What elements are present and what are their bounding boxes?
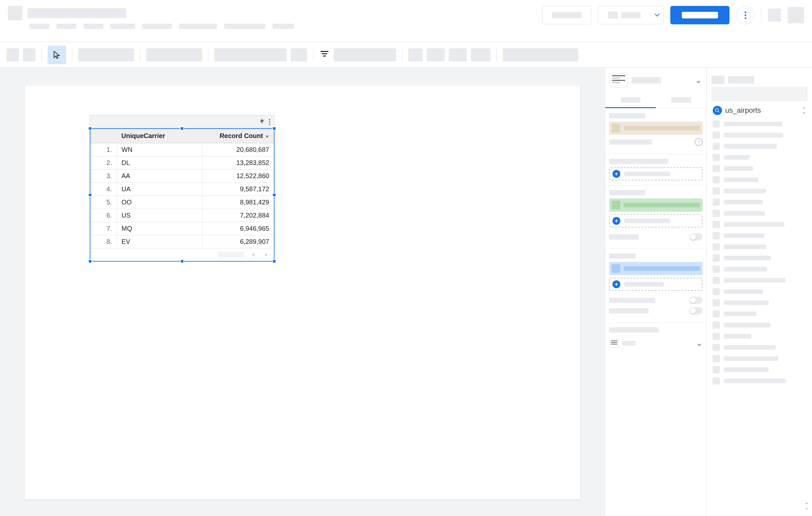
table-row[interactable]: 7.MQ6,946,965 <box>90 222 274 235</box>
rows-per-page-selector[interactable]: ⌄ <box>609 338 702 348</box>
chart-type-picker[interactable]: ⌄ <box>605 68 706 93</box>
report-title[interactable] <box>28 8 126 18</box>
chart-more-button[interactable] <box>268 118 271 126</box>
field-item[interactable] <box>712 129 807 141</box>
field-item[interactable] <box>712 308 807 320</box>
menu-item[interactable] <box>30 24 49 29</box>
search-fields-input[interactable] <box>712 87 807 101</box>
dimension-chip[interactable] <box>609 199 702 212</box>
undo-button[interactable] <box>6 48 19 61</box>
metric-chip[interactable] <box>609 262 702 275</box>
metric-sliders-toggle[interactable] <box>689 307 702 314</box>
optional-metrics-toggle[interactable] <box>689 297 702 304</box>
resize-handle[interactable] <box>272 126 276 130</box>
menu-item[interactable] <box>142 24 172 29</box>
field-item[interactable] <box>712 196 807 208</box>
resize-handle[interactable] <box>180 259 184 263</box>
field-item[interactable] <box>712 297 807 308</box>
field-item[interactable] <box>712 118 807 129</box>
metric-header[interactable]: Record Count▼ <box>202 129 274 143</box>
field-item[interactable] <box>712 152 807 163</box>
field-item[interactable] <box>712 264 807 275</box>
share-dropdown[interactable] <box>650 13 663 17</box>
resize-handle[interactable] <box>88 193 92 197</box>
field-item[interactable] <box>712 163 807 174</box>
table-row[interactable]: 1.WN20,680,687 <box>90 143 274 156</box>
resize-handle[interactable] <box>88 126 92 130</box>
table-row[interactable]: 4.UA9,587,172 <box>90 183 274 196</box>
prev-page-button[interactable]: ‹ <box>250 250 257 259</box>
community-viz-button[interactable] <box>291 48 307 61</box>
field-item[interactable] <box>712 286 807 297</box>
add-control-button[interactable] <box>334 48 396 61</box>
resize-handle[interactable] <box>88 259 92 263</box>
field-item[interactable] <box>712 275 807 286</box>
add-data-button[interactable] <box>146 48 202 61</box>
add-metric[interactable]: + <box>609 278 702 291</box>
account-avatar[interactable] <box>788 7 804 23</box>
field-item[interactable] <box>712 331 807 342</box>
table-row[interactable]: 3.AA12,522,860 <box>90 170 274 183</box>
field-item[interactable] <box>712 241 807 252</box>
add-date-range[interactable]: + <box>609 167 702 180</box>
table-row[interactable]: 2.DL13,283,852 <box>90 156 274 170</box>
reset-button[interactable] <box>542 6 591 24</box>
field-item[interactable] <box>712 375 807 387</box>
redo-button[interactable] <box>23 48 35 61</box>
menu-item[interactable] <box>179 24 217 29</box>
explore-button[interactable] <box>258 118 266 126</box>
field-item[interactable] <box>712 320 807 331</box>
menu-item[interactable] <box>57 24 76 29</box>
data-source-row[interactable]: us_airports ⌃⌄ <box>712 102 807 118</box>
help-icon[interactable]: ? <box>695 138 702 146</box>
field-item[interactable] <box>712 364 807 375</box>
index-header[interactable] <box>90 129 117 143</box>
add-chart-button[interactable] <box>214 48 287 61</box>
share-button[interactable] <box>598 6 664 24</box>
menu-item[interactable] <box>84 24 103 29</box>
table-row[interactable]: 5.OO8,981,429 <box>90 196 274 209</box>
add-dimension[interactable]: + <box>609 214 702 227</box>
field-item[interactable] <box>712 353 807 364</box>
menu-item[interactable] <box>224 24 265 29</box>
dimension-header[interactable]: UniqueCarrier <box>117 129 202 143</box>
separator <box>208 48 208 61</box>
app-logo[interactable] <box>8 6 22 20</box>
line-button[interactable] <box>471 48 491 61</box>
data-source-chip[interactable] <box>609 122 702 135</box>
menu-item[interactable] <box>272 24 294 29</box>
next-page-button[interactable]: › <box>263 250 269 259</box>
field-item[interactable] <box>712 219 807 230</box>
text-button[interactable] <box>449 48 467 61</box>
blend-data-row[interactable]: ? <box>609 138 702 146</box>
canvas-scroll[interactable]: UniqueCarrier Record Count▼ 1.WN20,680,6… <box>0 68 605 516</box>
theme-layout-button[interactable] <box>503 48 578 61</box>
report-canvas[interactable]: UniqueCarrier Record Count▼ 1.WN20,680,6… <box>25 86 580 499</box>
selection-tool[interactable] <box>48 46 66 64</box>
tab-style[interactable] <box>656 93 706 108</box>
table-row[interactable]: 8.EV6,289,907 <box>90 235 274 248</box>
field-item[interactable] <box>712 185 807 196</box>
resize-handle[interactable] <box>272 193 276 197</box>
image-button[interactable] <box>427 48 445 61</box>
drilldown-toggle[interactable] <box>689 233 702 241</box>
url-embed-button[interactable] <box>408 48 423 61</box>
tab-setup[interactable] <box>605 93 656 108</box>
table-row[interactable]: 6.US7,202,884 <box>90 209 274 222</box>
collapse-icon[interactable]: ⌃⌄ <box>802 108 806 113</box>
table-chart[interactable]: UniqueCarrier Record Count▼ 1.WN20,680,6… <box>90 115 274 262</box>
add-page-button[interactable] <box>78 48 134 61</box>
field-item[interactable] <box>712 230 807 241</box>
field-item[interactable] <box>712 252 807 264</box>
field-item[interactable] <box>712 141 807 152</box>
resize-handle[interactable] <box>180 126 184 130</box>
zoom-stepper[interactable]: ⌃⌄ <box>805 503 809 509</box>
field-item[interactable] <box>712 342 807 353</box>
help-button[interactable] <box>768 8 781 22</box>
field-item[interactable] <box>712 174 807 185</box>
field-item[interactable] <box>712 208 807 219</box>
menu-item[interactable] <box>111 24 135 29</box>
resize-handle[interactable] <box>272 259 276 263</box>
more-options-button[interactable] <box>736 6 754 24</box>
view-button[interactable] <box>670 6 729 24</box>
